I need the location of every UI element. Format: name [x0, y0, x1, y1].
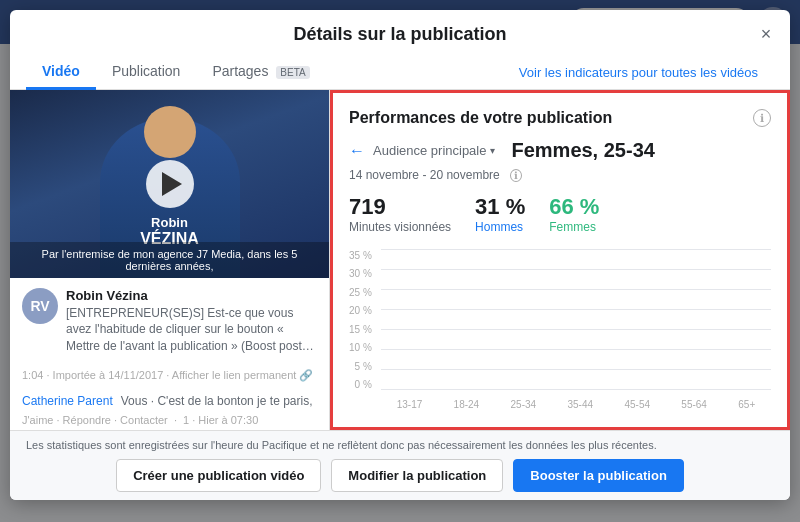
x-label-55-64: 55-64 — [681, 399, 707, 410]
audience-selector[interactable]: Audience principale ▾ — [373, 143, 495, 158]
stat-minutes: 719 Minutes visionnées — [349, 194, 451, 234]
post-avatar: RV — [22, 288, 58, 324]
modal-header: Détails sur la publication × Vidéo Publi… — [10, 10, 790, 90]
x-axis: 13-1718-2425-3435-4445-5455-6465+ — [381, 399, 771, 410]
boost-publication-button[interactable]: Booster la publication — [513, 459, 684, 492]
play-button[interactable] — [146, 160, 194, 208]
right-panel: Performances de votre publication ℹ ← Au… — [330, 90, 790, 430]
audience-row: ← Audience principale ▾ Femmes, 25-34 — [349, 139, 771, 162]
date-info-icon[interactable]: ℹ — [510, 169, 522, 182]
back-arrow[interactable]: ← — [349, 142, 365, 160]
beta-badge: BETA — [276, 66, 309, 79]
post-info: RV Robin Vézina [ENTREPRENEUR(SE)S] Est-… — [10, 278, 329, 365]
stat-label-men: Hommes — [475, 220, 525, 234]
modify-publication-button[interactable]: Modifier la publication — [331, 459, 503, 492]
video-text-overlay: Par l'entremise de mon agence J7 Media, … — [10, 242, 329, 278]
post-meta: 1:04 · Importée à 14/11/2017 · Afficher … — [10, 365, 329, 390]
x-label-18-24: 18-24 — [454, 399, 480, 410]
stat-value-minutes: 719 — [349, 194, 451, 220]
footer-buttons: Créer une publication vidéo Modifier la … — [26, 459, 774, 492]
x-label-45-54: 45-54 — [624, 399, 650, 410]
modal-body: #LAMINUTEFB Robin VÉZINA Par l'entremise… — [10, 90, 790, 430]
post-details: Robin Vézina [ENTREPRENEUR(SE)S] Est-ce … — [66, 288, 317, 355]
modal-title: Détails sur la publication — [26, 24, 774, 45]
footer-note: Les statistiques sont enregistrées sur l… — [26, 439, 774, 451]
video-thumbnail[interactable]: #LAMINUTEFB Robin VÉZINA Par l'entremise… — [10, 90, 329, 278]
chart-area — [381, 250, 771, 390]
stat-label-women: Femmes — [549, 220, 599, 234]
reactions-bar: Catherine Parent Vous · C'est de la bont… — [10, 390, 329, 412]
modal: Détails sur la publication × Vidéo Publi… — [10, 10, 790, 500]
bar-chart: 35 % 30 % 25 % 20 % 15 % 10 % 5 % 0 % — [349, 250, 771, 410]
stat-value-men: 31 % — [475, 194, 525, 220]
play-icon — [162, 172, 182, 196]
x-label-35-44: 35-44 — [567, 399, 593, 410]
modal-overlay: Détails sur la publication × Vidéo Publi… — [0, 0, 800, 522]
audience-label: Audience principale — [373, 143, 486, 158]
close-button[interactable]: × — [754, 22, 778, 46]
chevron-down-icon: ▾ — [490, 145, 495, 156]
audience-result: Femmes, 25-34 — [511, 139, 654, 162]
reactions-author: Catherine Parent — [22, 394, 113, 408]
bars-wrapper — [381, 250, 771, 390]
post-text: [ENTREPRENEUR(SE)S] Est-ce que vous avez… — [66, 305, 317, 355]
perf-title: Performances de votre publication — [349, 109, 612, 127]
tabs: Vidéo Publication Partages BETA Voir les… — [26, 55, 774, 89]
y-axis: 35 % 30 % 25 % 20 % 15 % 10 % 5 % 0 % — [349, 250, 376, 390]
modal-footer: Les statistiques sont enregistrées sur l… — [10, 430, 790, 500]
tab-partages[interactable]: Partages BETA — [196, 55, 325, 90]
perf-info-icon[interactable]: ℹ — [753, 109, 771, 127]
stats-row: 719 Minutes visionnées 31 % Hommes 66 % … — [349, 194, 771, 234]
stat-label-minutes: Minutes visionnées — [349, 220, 451, 234]
x-label-25-34: 25-34 — [511, 399, 537, 410]
tab-video[interactable]: Vidéo — [26, 55, 96, 90]
tab-publication[interactable]: Publication — [96, 55, 197, 90]
stat-value-women: 66 % — [549, 194, 599, 220]
perf-header: Performances de votre publication ℹ — [349, 109, 771, 127]
reaction-time: J'aime · Répondre · Contacter · 1 · Hier… — [10, 412, 329, 430]
stat-men: 31 % Hommes — [475, 194, 525, 234]
x-label-13-17: 13-17 — [397, 399, 423, 410]
date-range: 14 novembre - 20 novembre ℹ — [349, 168, 771, 182]
left-panel: #LAMINUTEFB Robin VÉZINA Par l'entremise… — [10, 90, 330, 430]
x-label-65+: 65+ — [738, 399, 755, 410]
post-author: Robin Vézina — [66, 288, 317, 303]
create-video-button[interactable]: Créer une publication vidéo — [116, 459, 321, 492]
all-videos-link[interactable]: Voir les indicateurs pour toutes les vid… — [503, 57, 774, 88]
stat-women: 66 % Femmes — [549, 194, 599, 234]
